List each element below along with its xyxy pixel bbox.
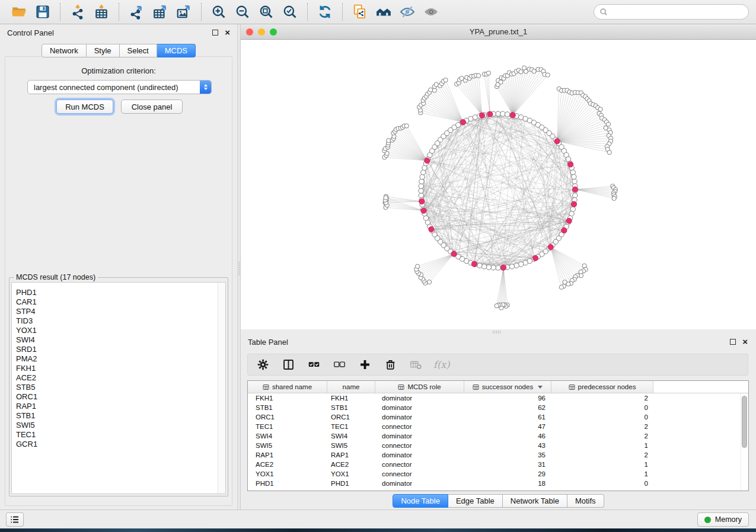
cell-successor-nodes[interactable]: 35 [464,451,551,459]
import-network-button[interactable] [66,2,90,21]
tab-node-table[interactable]: Node Table [393,494,448,508]
optimization-criterion-select[interactable]: largest connected component (undirected) [27,80,212,94]
table-row[interactable]: STB1STB1dominator620 [248,403,748,412]
mcds-result-item[interactable]: SWI4 [12,335,225,345]
refresh-view-button[interactable] [313,2,337,21]
cell-mcds-role[interactable]: dominator [375,451,464,459]
cell-name[interactable]: SWI5 [327,442,375,449]
tab-network[interactable]: Network [42,44,87,57]
cell-mcds-role[interactable]: dominator [375,432,464,440]
cell-shared-name[interactable]: ACE2 [248,461,327,468]
first-neighbors-button[interactable] [372,2,395,21]
table-row[interactable]: RAP1RAP1dominator352 [248,450,748,460]
cell-shared-name[interactable]: SWI5 [248,442,327,449]
cell-name[interactable]: YOX1 [327,470,375,477]
mcds-result-item[interactable]: STP4 [12,307,225,316]
cell-name[interactable]: TEC1 [327,423,375,430]
cell-name[interactable]: ORC1 [327,414,375,421]
float-panel-icon[interactable] [212,30,218,36]
zoom-selected-button[interactable] [278,2,302,21]
cell-mcds-role[interactable]: connector [375,423,464,430]
table-row[interactable]: SWI4SWI4dominator462 [248,431,748,441]
mcds-result-item[interactable]: STB5 [12,383,225,392]
cell-predecessor-nodes[interactable]: 2 [551,451,653,459]
cell-shared-name[interactable]: ORC1 [248,414,327,421]
cell-shared-name[interactable]: FKH1 [248,395,327,402]
delete-table-button[interactable] [408,357,423,373]
scrollbar-thumb[interactable] [742,396,747,448]
cell-name[interactable]: STB1 [327,404,375,411]
cell-shared-name[interactable]: SWI4 [248,432,327,440]
cell-successor-nodes[interactable]: 43 [464,442,551,449]
mcds-result-item[interactable]: CAR1 [12,297,225,307]
show-columns-button[interactable] [280,357,296,373]
clone-network-button[interactable] [348,2,372,21]
memory-button[interactable]: Memory [697,512,749,527]
save-session-button[interactable] [31,2,55,21]
cell-successor-nodes[interactable]: 47 [464,423,551,430]
table-row[interactable]: FKH1FKH1dominator962 [248,393,748,403]
cell-predecessor-nodes[interactable]: 1 [551,470,653,477]
mcds-result-item[interactable]: YOX1 [12,326,225,335]
mcds-result-item[interactable]: ORC1 [12,392,225,402]
cell-predecessor-nodes[interactable]: 0 [551,404,653,411]
mcds-result-item[interactable]: RAP1 [12,402,225,411]
add-column-button[interactable] [357,357,372,373]
tab-select[interactable]: Select [120,44,157,57]
network-canvas[interactable] [241,40,756,329]
cell-mcds-role[interactable]: dominator [375,480,464,487]
cell-mcds-role[interactable]: dominator [375,404,464,411]
mcds-result-item[interactable]: SWI5 [12,421,225,430]
table-options-button[interactable] [255,357,270,373]
hide-selected-button[interactable] [395,2,419,21]
mcds-result-item[interactable]: ACE2 [12,373,225,383]
mcds-result-item[interactable]: PMA2 [12,354,225,364]
import-table-button[interactable] [90,2,113,21]
column-header-successor-nodes[interactable]: successor nodes [464,381,551,393]
cell-successor-nodes[interactable]: 62 [464,404,551,411]
zoom-in-button[interactable] [207,2,231,21]
cell-name[interactable]: SWI4 [327,432,375,440]
delete-columns-button[interactable] [382,357,398,373]
tab-network-table[interactable]: Network Table [503,494,567,508]
close-panel-button[interactable]: Close panel [121,100,183,114]
cell-successor-nodes[interactable]: 29 [464,470,551,477]
cell-mcds-role[interactable]: connector [375,442,464,449]
tab-mcds[interactable]: MCDS [157,44,196,57]
search-input[interactable] [611,7,743,17]
table-row[interactable]: ACE2ACE2connector311 [248,460,748,469]
cell-predecessor-nodes[interactable]: 2 [551,423,653,430]
mcds-result-item[interactable]: FKH1 [12,364,225,373]
cell-mcds-role[interactable]: dominator [375,414,464,421]
cell-predecessor-nodes[interactable]: 0 [551,414,653,421]
table-row[interactable]: ORC1ORC1dominator610 [248,412,748,422]
column-header-name[interactable]: name [327,381,375,393]
cell-predecessor-nodes[interactable]: 2 [551,395,653,402]
run-mcds-button[interactable]: Run MCDS [56,100,113,114]
mcds-result-item[interactable]: GCR1 [12,440,225,449]
table-row[interactable]: PHD1PHD1dominator180 [248,479,748,488]
show-log-button[interactable] [6,512,24,527]
export-table-button[interactable] [148,2,172,21]
mcds-result-item[interactable]: TEC1 [12,430,225,440]
cell-successor-nodes[interactable]: 96 [464,395,551,402]
open-session-button[interactable] [7,2,31,21]
table-row[interactable]: TEC1TEC1connector472 [248,422,748,431]
cell-shared-name[interactable]: TEC1 [248,423,327,430]
cell-successor-nodes[interactable]: 18 [464,480,551,487]
mcds-result-item[interactable]: STB1 [12,411,225,421]
tab-edge-table[interactable]: Edge Table [448,494,503,508]
zoom-fit-button[interactable] [254,2,278,21]
cell-predecessor-nodes[interactable]: 1 [551,442,653,449]
cell-successor-nodes[interactable]: 31 [464,461,551,468]
zoom-out-button[interactable] [231,2,254,21]
cell-name[interactable]: RAP1 [327,451,375,459]
cell-name[interactable]: FKH1 [327,395,375,402]
show-graphics-details-button[interactable] [419,2,443,21]
cell-successor-nodes[interactable]: 46 [464,432,551,440]
cell-shared-name[interactable]: STB1 [248,404,327,411]
close-panel-icon[interactable]: × [225,30,230,36]
cell-mcds-role[interactable]: dominator [375,395,464,402]
cell-successor-nodes[interactable]: 61 [464,414,551,421]
tab-motifs[interactable]: Motifs [567,494,604,508]
